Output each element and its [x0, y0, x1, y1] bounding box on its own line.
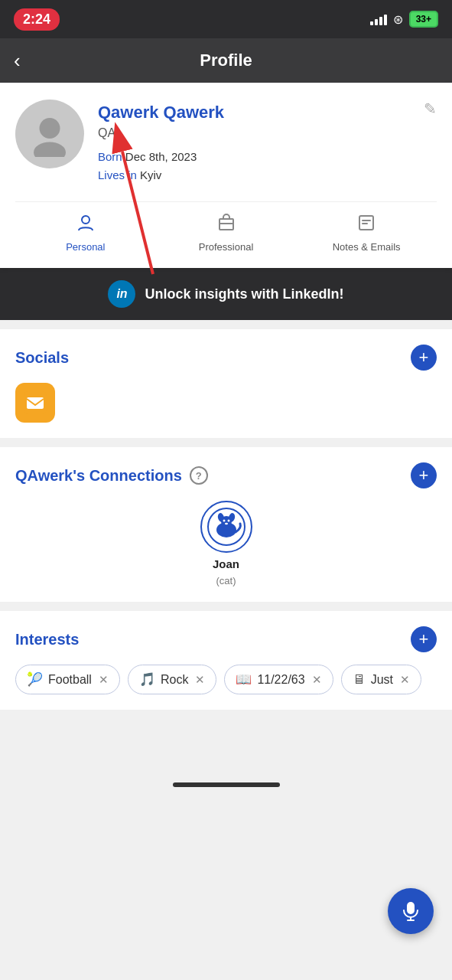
profile-card: Qawerk Qawerk QA Born Dec 8th, 2023 Live…	[0, 83, 452, 268]
email-social-badge[interactable]	[15, 383, 55, 423]
socials-title: Socials	[15, 349, 69, 367]
connection-sub: (cat)	[216, 575, 236, 586]
status-time: 2:24	[14, 8, 60, 31]
linkedin-icon: in	[108, 280, 135, 308]
interest-football[interactable]: 🎾 Football ✕	[15, 665, 120, 694]
svg-point-4	[82, 216, 89, 224]
football-icon: 🎾	[27, 671, 43, 688]
profile-tabs: Personal Professional Notes & Emails	[15, 201, 437, 253]
interest-football-label: Football	[48, 673, 92, 687]
wifi-icon: ⊛	[393, 12, 403, 27]
remove-rock-button[interactable]: ✕	[195, 673, 205, 687]
connection-avatar	[200, 501, 252, 553]
bottom-spacer	[0, 710, 452, 771]
notes-icon	[356, 213, 376, 237]
add-social-button[interactable]: +	[411, 345, 437, 371]
svg-rect-18	[407, 902, 415, 914]
edit-profile-button[interactable]: ✎	[424, 100, 437, 118]
profile-born: Born Dec 8th, 2023	[98, 148, 437, 166]
status-icons: ⊛ 33+	[370, 11, 438, 28]
socials-header: Socials +	[15, 345, 437, 371]
connections-title: QAwerk's Connections	[15, 467, 182, 485]
avatar	[15, 100, 84, 168]
status-bar: 2:24 ⊛ 33+	[0, 0, 452, 38]
profile-name: Qawerk Qawerk	[98, 103, 437, 122]
connections-header: QAwerk's Connections ? +	[15, 462, 437, 488]
signal-bars-icon	[370, 13, 387, 25]
interest-rock-label: Rock	[161, 673, 188, 687]
tab-personal-label: Personal	[66, 241, 105, 253]
profile-role: QA	[98, 126, 437, 140]
book-icon: 📖	[236, 671, 252, 688]
interests-row: 🎾 Football ✕ 🎵 Rock ✕ 📖 11/22/63 ✕ 🖥 Jus…	[15, 665, 437, 694]
svg-point-15	[223, 520, 225, 522]
rock-icon: 🎵	[139, 671, 155, 688]
interests-title: Interests	[15, 631, 79, 648]
interest-book[interactable]: 📖 11/22/63 ✕	[224, 665, 333, 694]
mic-button[interactable]	[388, 888, 434, 934]
profile-info: Qawerk Qawerk QA Born Dec 8th, 2023 Live…	[98, 100, 437, 185]
svg-point-1	[34, 142, 66, 158]
tab-notes[interactable]: Notes & Emails	[296, 213, 437, 253]
back-button[interactable]: ‹	[14, 49, 21, 73]
remove-book-button[interactable]: ✕	[312, 673, 322, 687]
connection-item[interactable]: Joan (cat)	[15, 501, 437, 586]
home-indicator	[0, 771, 452, 799]
linkedin-text: Unlock insights with LinkedIn!	[145, 286, 343, 302]
tab-professional[interactable]: Professional	[156, 213, 297, 253]
page-title: Profile	[200, 51, 252, 70]
personal-icon	[76, 213, 96, 237]
remove-just-button[interactable]: ✕	[400, 673, 410, 687]
tab-professional-label: Professional	[199, 241, 254, 253]
add-interest-button[interactable]: +	[411, 626, 437, 652]
tab-notes-label: Notes & Emails	[333, 241, 401, 253]
interest-book-label: 11/22/63	[257, 673, 304, 687]
help-icon[interactable]: ?	[190, 466, 208, 485]
socials-section: Socials +	[0, 329, 452, 438]
header: ‹ Profile	[0, 38, 452, 83]
connections-title-row: QAwerk's Connections ?	[15, 466, 208, 485]
remove-football-button[interactable]: ✕	[99, 673, 109, 687]
interests-header: Interests +	[15, 626, 437, 652]
profile-lives: Lives in Kyiv	[98, 166, 437, 185]
home-bar	[173, 782, 280, 787]
svg-rect-9	[27, 397, 44, 409]
battery-indicator: 33+	[409, 11, 438, 28]
tab-personal[interactable]: Personal	[15, 213, 156, 253]
interest-rock[interactable]: 🎵 Rock ✕	[128, 665, 216, 694]
add-connection-button[interactable]: +	[411, 462, 437, 488]
connection-name: Joan	[213, 557, 239, 570]
professional-icon	[216, 213, 236, 237]
svg-point-16	[227, 520, 229, 522]
interest-just-label: Just	[371, 673, 393, 687]
interests-section: Interests + 🎾 Football ✕ 🎵 Rock ✕ 📖 11/2…	[0, 611, 452, 710]
linkedin-banner[interactable]: in Unlock insights with LinkedIn!	[0, 268, 452, 320]
just-icon: 🖥	[353, 672, 366, 688]
connections-section: QAwerk's Connections ? +	[0, 447, 452, 602]
interest-just[interactable]: 🖥 Just ✕	[341, 665, 421, 694]
svg-point-0	[40, 118, 60, 139]
profile-top: Qawerk Qawerk QA Born Dec 8th, 2023 Live…	[15, 100, 437, 185]
svg-point-17	[225, 523, 228, 524]
